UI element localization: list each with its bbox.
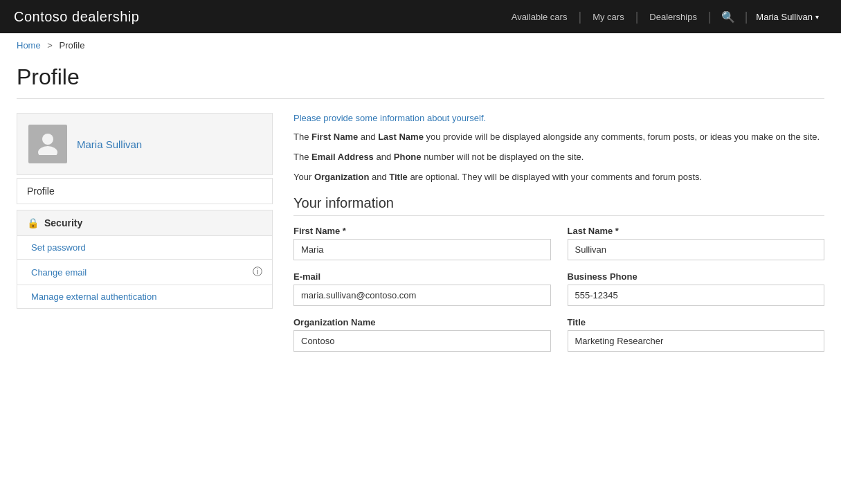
brand-logo: Contoso dealership (14, 9, 139, 25)
form-row-email-phone: E-mail Business Phone (293, 271, 824, 306)
page-container: Profile Maria Sullivan Profile (0, 57, 841, 390)
user-card: Maria Sullivan (17, 113, 273, 175)
bold-phone: Phone (394, 152, 422, 162)
form-group-last-name: Last Name * (568, 226, 825, 260)
content-layout: Maria Sullivan Profile 🔒 Security Set pa… (17, 113, 824, 363)
sidebar-item-change-email[interactable]: Change email ⓘ (17, 260, 273, 285)
breadcrumb-separator: > (47, 40, 53, 51)
info-para-1: The First Name and Last Name you provide… (293, 130, 824, 145)
search-icon[interactable]: 🔍 (712, 10, 745, 24)
your-info-section-title: Your information (293, 195, 824, 216)
info-icon: ⓘ (253, 266, 262, 278)
org-input[interactable] (293, 330, 551, 352)
phone-label: Business Phone (568, 271, 825, 282)
svg-point-0 (42, 134, 53, 145)
info-para-2: The Email Address and Phone number will … (293, 150, 824, 165)
sidebar-item-set-password[interactable]: Set password (17, 236, 273, 260)
form-group-first-name: First Name * (293, 226, 551, 260)
bold-email: Email Address (311, 152, 374, 162)
sidebar-security-header: 🔒 Security (17, 210, 273, 236)
form-group-org: Organization Name (293, 317, 551, 352)
form-row-org-title: Organization Name Title (293, 317, 824, 352)
form-group-title: Title (568, 317, 825, 352)
form-row-name: First Name * Last Name * (293, 226, 824, 260)
first-name-label: First Name * (293, 226, 551, 236)
lock-icon: 🔒 (27, 217, 39, 228)
manage-external-auth-label: Manage external authentication (31, 291, 156, 302)
sidebar-username[interactable]: Maria Sullivan (77, 138, 142, 150)
user-menu[interactable]: Maria Sullivan (748, 12, 827, 22)
sidebar-security-section: 🔒 Security Set password Change email ⓘ M… (17, 210, 273, 309)
email-label: E-mail (293, 271, 551, 282)
bold-last-name: Last Name (378, 132, 424, 142)
avatar-icon (35, 130, 60, 159)
last-name-label: Last Name * (568, 226, 825, 236)
info-intro: Please provide some information about yo… (293, 113, 824, 123)
sidebar-item-profile[interactable]: Profile (17, 178, 273, 204)
title-input[interactable] (568, 330, 825, 352)
breadcrumb: Home > Profile (0, 33, 841, 57)
nav-available-cars[interactable]: Available cars (500, 12, 579, 22)
form-group-phone: Business Phone (568, 271, 825, 306)
info-para-3: Your Organization and Title are optional… (293, 170, 824, 185)
set-password-label: Set password (31, 242, 86, 253)
first-name-input[interactable] (293, 239, 551, 260)
top-navigation: Contoso dealership Available cars | My c… (0, 0, 841, 33)
phone-input[interactable] (568, 285, 825, 306)
page-title: Profile (17, 64, 824, 90)
nav-dealerships[interactable]: Dealerships (638, 12, 708, 22)
sidebar-item-manage-external-auth[interactable]: Manage external authentication (17, 285, 273, 309)
title-label: Title (568, 317, 825, 327)
last-name-input[interactable] (568, 239, 825, 260)
page-divider (17, 98, 824, 99)
security-label: Security (44, 217, 82, 228)
nav-links: Available cars | My cars | Dealerships |… (500, 10, 827, 24)
main-content: Please provide some information about yo… (293, 113, 824, 363)
email-input[interactable] (293, 285, 551, 306)
nav-my-cars[interactable]: My cars (581, 12, 635, 22)
breadcrumb-current: Profile (60, 40, 85, 51)
breadcrumb-home[interactable]: Home (17, 40, 41, 51)
org-label: Organization Name (293, 317, 551, 327)
svg-point-1 (38, 146, 57, 155)
avatar (28, 125, 67, 163)
bold-first-name: First Name (311, 132, 358, 142)
change-email-label: Change email (31, 267, 87, 278)
bold-title: Title (389, 172, 408, 182)
bold-org: Organization (314, 172, 369, 182)
sidebar: Maria Sullivan Profile 🔒 Security Set pa… (17, 113, 273, 309)
form-group-email: E-mail (293, 271, 551, 306)
sidebar-profile-label: Profile (27, 186, 55, 197)
